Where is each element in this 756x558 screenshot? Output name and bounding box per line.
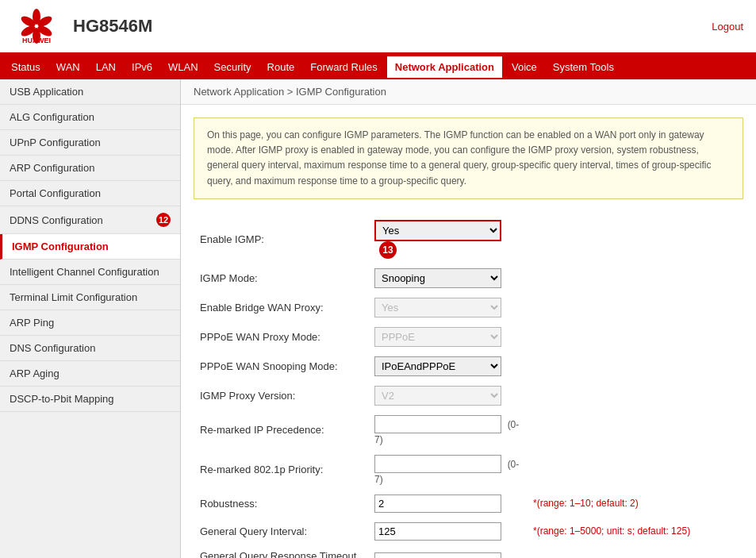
sidebar-item-terminal-limit[interactable]: Terminal Limit Configuration bbox=[0, 285, 180, 310]
nav-wlan[interactable]: WLAN bbox=[160, 55, 206, 79]
label-enable-igmp: Enable IGMP: bbox=[194, 215, 368, 264]
label-enable-bridge-wan-proxy: Enable Bridge WAN Proxy: bbox=[194, 293, 368, 322]
nav-security[interactable]: Security bbox=[206, 55, 259, 79]
huawei-logo-icon: HUAWEI bbox=[13, 6, 60, 46]
info-box: On this page, you can configure IGMP par… bbox=[194, 117, 743, 199]
input-general-query-interval[interactable] bbox=[374, 522, 501, 541]
sidebar-item-arp-configuration[interactable]: ARP Configuration bbox=[0, 156, 180, 181]
device-name: HG8546M bbox=[73, 16, 152, 37]
field-pppoe-wan-snooping-mode: PPPoE WAN Snooping Mode: IPoEAndPPPoE IP… bbox=[194, 352, 743, 381]
svg-text:HUAWEI: HUAWEI bbox=[22, 37, 51, 44]
nav-forward-rules[interactable]: Forward Rules bbox=[302, 55, 386, 79]
select-enable-igmp[interactable]: Yes No bbox=[374, 220, 501, 241]
sidebar-item-usb-application[interactable]: USB Application bbox=[0, 79, 180, 105]
field-enable-bridge-wan-proxy: Enable Bridge WAN Proxy: Yes bbox=[194, 293, 743, 322]
nav-network-application[interactable]: Network Application bbox=[386, 55, 504, 79]
select-pppoe-wan-snooping-mode[interactable]: IPoEAndPPPoE IPoE PPPoE bbox=[374, 356, 501, 376]
select-pppoe-wan-proxy-mode[interactable]: PPPoE bbox=[374, 327, 501, 347]
field-igmp-proxy-version: IGMP Proxy Version: V2 V3 bbox=[194, 381, 743, 410]
nav-ipv6[interactable]: IPv6 bbox=[124, 55, 160, 79]
ddns-badge: 12 bbox=[156, 213, 171, 227]
select-igmp-proxy-version[interactable]: V2 V3 bbox=[374, 386, 501, 406]
sidebar-item-alg-configuration[interactable]: ALG Configuration bbox=[0, 105, 180, 130]
nav-bar: Status WAN LAN IPv6 WLAN Security Route … bbox=[0, 55, 756, 79]
main-layout: USB Application ALG Configuration UPnP C… bbox=[0, 79, 756, 558]
sidebar-item-igmp-configuration[interactable]: IGMP Configuration bbox=[0, 234, 180, 260]
header: HUAWEI HG8546M Logout bbox=[0, 0, 756, 55]
field-robustness: Robustness: *(range: 1–10; default: 2) bbox=[194, 490, 743, 518]
sidebar-item-dscp-pbit[interactable]: DSCP-to-Pbit Mapping bbox=[0, 387, 180, 412]
input-robustness[interactable] bbox=[374, 495, 501, 513]
sidebar-item-ddns-configuration[interactable]: DDNS Configuration 12 bbox=[0, 206, 180, 234]
main-content: Network Application > IGMP Configuration… bbox=[181, 79, 756, 558]
header-left: HUAWEI HG8546M bbox=[13, 6, 152, 46]
step-badge-13: 13 bbox=[379, 241, 397, 259]
input-general-query-response-timeout[interactable] bbox=[374, 552, 501, 558]
label-8021p-priority: Re-marked 802.1p Priority: bbox=[194, 450, 368, 490]
field-general-query-response-timeout: General Query Response Timeout Period: *… bbox=[194, 545, 743, 558]
breadcrumb: Network Application > IGMP Configuration bbox=[181, 79, 756, 105]
logout-button[interactable]: Logout bbox=[712, 21, 743, 33]
sidebar-item-dns-configuration[interactable]: DNS Configuration bbox=[0, 336, 180, 361]
field-enable-igmp: Enable IGMP: Yes No 13 bbox=[194, 215, 743, 264]
label-igmp-proxy-version: IGMP Proxy Version: bbox=[194, 381, 368, 410]
nav-route[interactable]: Route bbox=[259, 55, 303, 79]
nav-lan[interactable]: LAN bbox=[88, 55, 124, 79]
nav-wan[interactable]: WAN bbox=[48, 55, 88, 79]
field-ip-precedence: Re-marked IP Precedence: (0-7) bbox=[194, 410, 743, 450]
input-8021p-priority[interactable] bbox=[374, 455, 501, 473]
sidebar-item-intelligent-channel[interactable]: Intelligent Channel Configuration bbox=[0, 260, 180, 285]
label-general-query-interval: General Query Interval: bbox=[194, 518, 368, 545]
select-igmp-mode[interactable]: Snooping Proxy bbox=[374, 268, 501, 288]
form-table: Enable IGMP: Yes No 13 IGMP Mode: bbox=[194, 215, 743, 558]
sidebar-item-portal-configuration[interactable]: Portal Configuration bbox=[0, 181, 180, 206]
field-igmp-mode: IGMP Mode: Snooping Proxy bbox=[194, 264, 743, 293]
sidebar-item-upnp-configuration[interactable]: UPnP Configuration bbox=[0, 130, 180, 156]
label-general-query-response-timeout: General Query Response Timeout Period: bbox=[194, 545, 368, 558]
field-8021p-priority: Re-marked 802.1p Priority: (0-7) bbox=[194, 450, 743, 490]
sidebar-item-arp-aging[interactable]: ARP Aging bbox=[0, 361, 180, 387]
note-general-query-interval: *(range: 1–5000; unit: s; default: 125) bbox=[527, 518, 743, 545]
label-igmp-mode: IGMP Mode: bbox=[194, 264, 368, 293]
field-general-query-interval: General Query Interval: *(range: 1–5000;… bbox=[194, 518, 743, 545]
input-ip-precedence[interactable] bbox=[374, 415, 501, 433]
nav-status[interactable]: Status bbox=[3, 55, 48, 79]
field-pppoe-wan-proxy-mode: PPPoE WAN Proxy Mode: PPPoE bbox=[194, 322, 743, 352]
sidebar: USB Application ALG Configuration UPnP C… bbox=[0, 79, 181, 558]
content-area: On this page, you can configure IGMP par… bbox=[181, 105, 756, 558]
note-robustness: *(range: 1–10; default: 2) bbox=[527, 490, 743, 518]
label-robustness: Robustness: bbox=[194, 490, 368, 518]
select-enable-bridge-wan-proxy[interactable]: Yes bbox=[374, 298, 501, 317]
label-pppoe-wan-proxy-mode: PPPoE WAN Proxy Mode: bbox=[194, 322, 368, 352]
logo-area: HUAWEI bbox=[13, 6, 60, 46]
sidebar-item-arp-ping[interactable]: ARP Ping bbox=[0, 310, 180, 336]
nav-voice[interactable]: Voice bbox=[504, 55, 545, 79]
nav-system-tools[interactable]: System Tools bbox=[545, 55, 622, 79]
label-ip-precedence: Re-marked IP Precedence: bbox=[194, 410, 368, 450]
label-pppoe-wan-snooping-mode: PPPoE WAN Snooping Mode: bbox=[194, 352, 368, 381]
note-general-query-response-timeout: *(range: 1–255; unit: 0.1s; default: 100… bbox=[527, 545, 743, 558]
